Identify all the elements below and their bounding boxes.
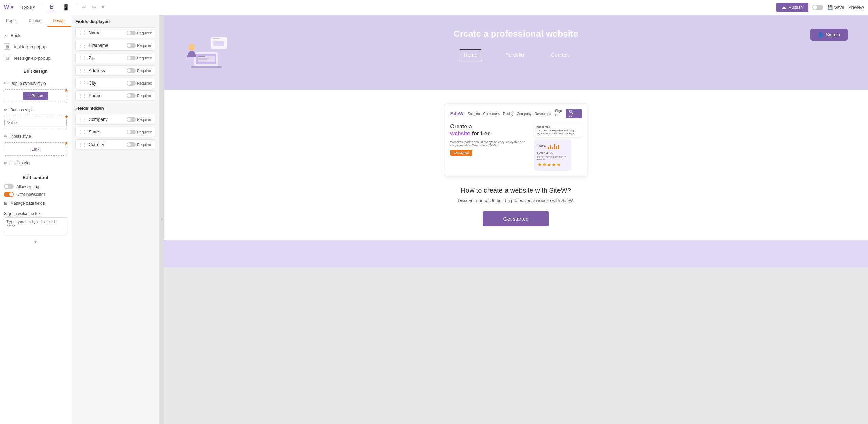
drag-handle-firstname[interactable]: ⋮⋮ bbox=[78, 43, 87, 48]
toggle-address[interactable] bbox=[127, 68, 136, 73]
device-desktop-btn[interactable]: 🖥 bbox=[46, 3, 57, 12]
tab-content[interactable]: Content bbox=[24, 15, 48, 27]
field-row-address: ⋮⋮ Address Required bbox=[75, 65, 155, 76]
toggle-firstname[interactable] bbox=[127, 43, 136, 48]
required-label-company: Required bbox=[137, 117, 152, 122]
save-btn[interactable]: 💾 Save bbox=[827, 5, 844, 10]
middle-panel: Fields displayed ⋮⋮ Name Required ⋮⋮ Fir… bbox=[71, 15, 160, 424]
rated-label: Rated 4.8/5 bbox=[537, 151, 568, 155]
links-style-row[interactable]: ✏ Links style bbox=[4, 159, 67, 167]
toggle-state[interactable] bbox=[127, 130, 136, 134]
login-popup-label: Test log-in popup bbox=[13, 44, 47, 49]
field-name-phone: Phone bbox=[89, 93, 125, 98]
input-preview[interactable] bbox=[4, 119, 67, 126]
save-label: Save bbox=[834, 5, 844, 10]
how-to-desc: Discover our tips to build a professiona… bbox=[458, 198, 574, 203]
inputs-style-row[interactable]: ✏ Inputs style bbox=[4, 132, 67, 141]
tab-design[interactable]: Design bbox=[47, 15, 71, 27]
manage-data-label: Manage data fields bbox=[10, 201, 45, 206]
back-arrow-icon: ← bbox=[4, 33, 8, 38]
sign-in-btn[interactable]: 👤 Sign in bbox=[810, 29, 848, 41]
sitew-signin: Sign in bbox=[555, 109, 564, 118]
sitew-image-area: Welcome ! Discover my experience through… bbox=[534, 123, 582, 171]
required-badge-state: Required bbox=[127, 130, 152, 134]
popup-overlay-row[interactable]: ✏ Popup overlay style bbox=[4, 79, 67, 88]
drag-handle-country[interactable]: ⋮⋮ bbox=[78, 142, 87, 147]
back-button[interactable]: ← Back bbox=[0, 30, 71, 41]
welcome-badge: Welcome ! Discover my experience through… bbox=[534, 123, 582, 137]
drag-handle-name[interactable]: ⋮⋮ bbox=[78, 31, 87, 35]
drag-handle-zip[interactable]: ⋮⋮ bbox=[78, 56, 87, 60]
required-label-state: Required bbox=[137, 130, 152, 134]
design-section: ✏ Popup overlay style ★ + Button ✏ Butto… bbox=[0, 76, 71, 170]
allow-signup-toggle[interactable] bbox=[4, 184, 14, 189]
nav-solution: Solution bbox=[467, 112, 480, 116]
button-preview-label: Button bbox=[32, 94, 43, 98]
toggle-zip[interactable] bbox=[127, 56, 136, 60]
toggle-name[interactable] bbox=[127, 31, 136, 35]
inputs-style-label: Inputs style bbox=[10, 134, 31, 139]
buttons-style-row[interactable]: ✏ Buttons style bbox=[4, 106, 67, 114]
sidebar-item-signup-popup[interactable]: ▤ Test sign-up popup bbox=[0, 52, 71, 64]
field-name-city: City bbox=[89, 80, 125, 86]
toggle-phone[interactable] bbox=[127, 93, 136, 98]
plus-icon: + bbox=[28, 94, 30, 98]
device-mobile-btn[interactable]: 📱 bbox=[60, 3, 72, 12]
toggle-city[interactable] bbox=[127, 81, 136, 86]
required-label-city: Required bbox=[137, 81, 152, 85]
bar1 bbox=[548, 147, 549, 149]
field-row-state: ⋮⋮ State Required bbox=[75, 127, 155, 137]
traffic-chart bbox=[548, 143, 559, 149]
how-to-title: How to create a website with SiteW? bbox=[461, 187, 571, 195]
drag-handle-city[interactable]: ⋮⋮ bbox=[78, 81, 87, 86]
headline-part3: for free bbox=[472, 131, 491, 136]
tab-pages[interactable]: Pages bbox=[0, 15, 24, 27]
hero-nav: Home Portfolio Contact bbox=[460, 49, 572, 60]
required-badge-address: Required bbox=[127, 68, 152, 73]
buttons-style-label: Buttons style bbox=[10, 108, 34, 112]
signup-popup-icon: ▤ bbox=[4, 55, 10, 61]
sidebar-item-login-popup[interactable]: ▤ Test log-in popup bbox=[0, 41, 71, 52]
undo-btn[interactable]: ↩ bbox=[81, 3, 88, 12]
required-label-country: Required bbox=[137, 143, 152, 147]
drag-handle-address[interactable]: ⋮⋮ bbox=[78, 68, 87, 73]
hero-nav-home[interactable]: Home bbox=[460, 49, 481, 60]
hero-nav-contact[interactable]: Contact bbox=[548, 50, 572, 60]
offer-newsletter-toggle[interactable] bbox=[4, 192, 14, 197]
toggle-company[interactable] bbox=[127, 117, 136, 122]
get-started-btn[interactable]: Get started bbox=[483, 211, 549, 226]
toolbar-right: ☁ Publish 💾 Save Preview bbox=[776, 3, 864, 12]
allow-signup-label: Allow sign-up bbox=[16, 184, 40, 189]
redo-btn[interactable]: ↪ bbox=[90, 3, 98, 12]
manage-data-icon: ⊞ bbox=[4, 201, 7, 206]
welcome-title: Welcome ! bbox=[537, 125, 579, 128]
main-section: SiteW Solution Customers Pricing Company… bbox=[164, 90, 868, 240]
collapse-handle[interactable]: ‹ bbox=[160, 15, 164, 424]
preview-btn[interactable]: Preview bbox=[848, 5, 864, 10]
hero-nav-portfolio[interactable]: Portfolio bbox=[502, 50, 527, 60]
drag-handle-company[interactable]: ⋮⋮ bbox=[78, 117, 87, 122]
manage-data-btn[interactable]: ⊞ Manage data fields bbox=[0, 198, 71, 208]
tools-menu[interactable]: Tools ▾ bbox=[19, 3, 38, 11]
sitew-text: Create a website for free Website creati… bbox=[450, 123, 529, 171]
brand-logo[interactable]: W ▾ bbox=[4, 4, 13, 11]
more-btn[interactable]: ▾ bbox=[100, 3, 106, 12]
publish-icon: ☁ bbox=[782, 5, 786, 10]
bar3 bbox=[552, 147, 553, 149]
brand-chevron[interactable]: ▾ bbox=[11, 4, 13, 11]
headline-part1: Create a bbox=[450, 124, 472, 129]
signup-popup-label: Test sign-up popup bbox=[13, 56, 50, 61]
link-preview: Link bbox=[32, 147, 40, 152]
publish-toggle[interactable] bbox=[812, 5, 823, 10]
drag-handle-state[interactable]: ⋮⋮ bbox=[78, 130, 87, 134]
field-name-name: Name bbox=[89, 30, 125, 35]
toggle-country[interactable] bbox=[127, 142, 136, 147]
star-icon: ★ bbox=[64, 88, 69, 93]
drag-handle-phone[interactable]: ⋮⋮ bbox=[78, 93, 87, 98]
sign-in-label: Sign in bbox=[826, 32, 840, 37]
star-icon2: ★ bbox=[64, 114, 69, 119]
toggle-knob bbox=[813, 5, 817, 10]
publish-btn[interactable]: ☁ Publish bbox=[776, 3, 808, 12]
welcome-text-input[interactable] bbox=[4, 217, 67, 234]
hero-section: Create a professional website Home Portf… bbox=[164, 15, 868, 90]
